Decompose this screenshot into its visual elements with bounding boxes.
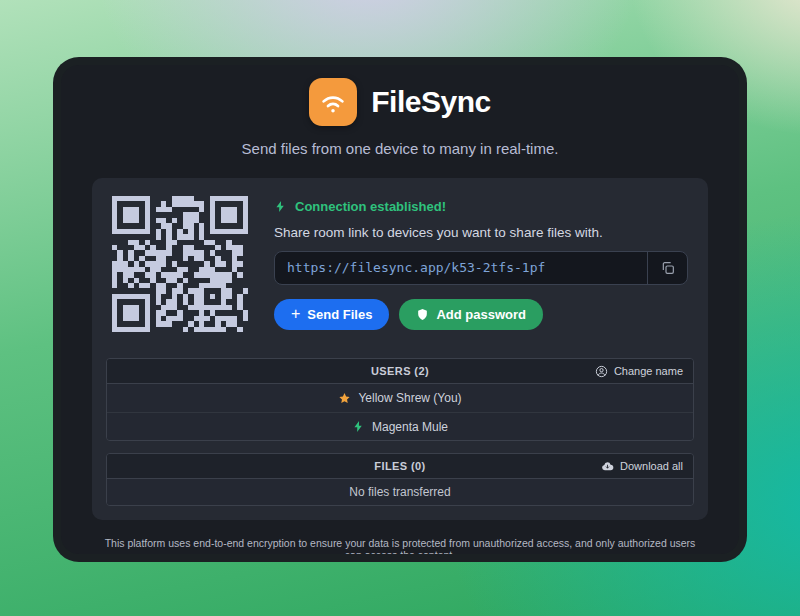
connection-info: Connection established! Share room link … — [274, 199, 688, 330]
room-link-input[interactable] — [275, 252, 647, 284]
app-logo — [309, 78, 357, 126]
user-row: Yellow Shrew (You) — [107, 384, 693, 412]
copy-icon — [660, 260, 676, 276]
change-name-button[interactable]: Change name — [595, 359, 683, 383]
action-buttons: + Send Files Add password — [274, 299, 688, 330]
main-panel: Connection established! Share room link … — [92, 178, 708, 520]
footer-text: This platform uses end-to-end encryption… — [61, 537, 739, 561]
app-card: FileSync Send files from one device to m… — [53, 57, 747, 562]
users-table-header: USERS (2) Change name — [107, 359, 693, 384]
send-files-button[interactable]: + Send Files — [274, 299, 389, 330]
users-header-label: USERS (2) — [371, 365, 429, 377]
download-all-button[interactable]: Download all — [601, 454, 683, 478]
files-empty-row: No files transferred — [107, 479, 693, 505]
share-hint: Share room link to devices you want to s… — [274, 225, 688, 240]
copy-link-button[interactable] — [647, 252, 687, 284]
star-icon — [338, 392, 351, 405]
room-link-group — [274, 251, 688, 285]
bolt-icon — [274, 200, 287, 213]
files-table: FILES (0) Download all No files transfer… — [106, 453, 694, 506]
users-table: USERS (2) Change name Yellow Shrew (You) — [106, 358, 694, 441]
cloud-download-icon — [601, 460, 614, 473]
wifi-icon — [318, 87, 348, 117]
connection-status: Connection established! — [274, 199, 688, 214]
shield-icon — [416, 308, 429, 321]
tagline: Send files from one device to many in re… — [61, 140, 739, 157]
bolt-icon — [352, 420, 365, 433]
qr-code — [112, 196, 248, 332]
connection-status-text: Connection established! — [295, 199, 446, 214]
user-circle-icon — [595, 365, 608, 378]
files-table-header: FILES (0) Download all — [107, 454, 693, 479]
add-password-button[interactable]: Add password — [399, 299, 543, 330]
user-row: Magenta Mule — [107, 412, 693, 440]
connection-section: Connection established! Share room link … — [106, 192, 694, 346]
app-title: FileSync — [371, 85, 490, 119]
files-header-label: FILES (0) — [374, 460, 425, 472]
app-header: FileSync — [61, 78, 739, 126]
